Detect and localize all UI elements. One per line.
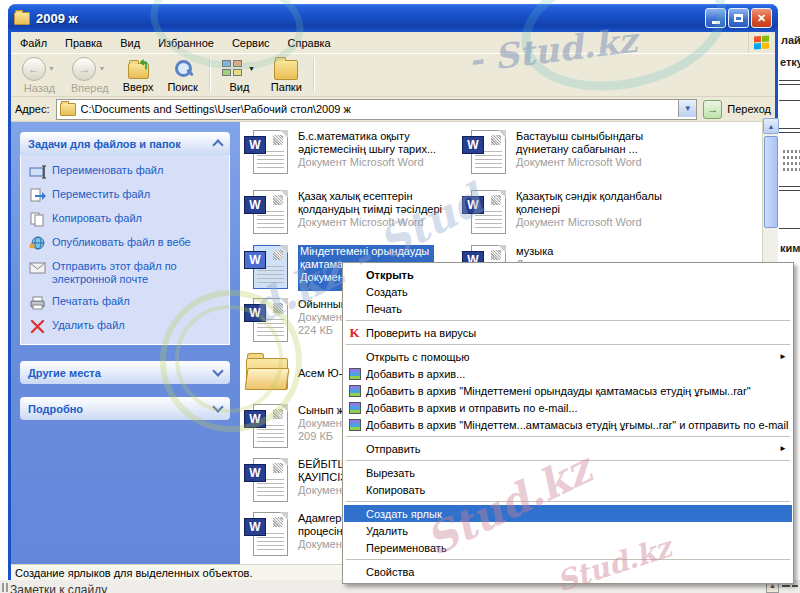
back-button[interactable]: ←▼ Назад xyxy=(15,56,64,95)
address-bar: Адрес: C:\Documents and Settings\User\Ра… xyxy=(11,97,775,122)
context-scan-viruses[interactable]: KПроверить на вирусы xyxy=(344,324,792,341)
context-print[interactable]: Печать xyxy=(344,300,792,317)
word-document-icon: W xyxy=(462,130,508,176)
menu-edit[interactable]: Правка xyxy=(56,34,111,52)
go-arrow-icon: → xyxy=(703,100,722,119)
context-create[interactable]: Создать xyxy=(344,283,792,300)
context-create-shortcut[interactable]: Создать ярлык xyxy=(344,505,792,522)
go-button[interactable]: → Переход xyxy=(703,100,771,119)
delete-icon xyxy=(29,319,46,334)
view-dropdown-icon: ▼ xyxy=(248,65,255,72)
context-add-archive-email[interactable]: Добавить в архив и отправить по e-mail..… xyxy=(344,399,792,416)
address-value: C:\Documents and Settings\User\Рабочий с… xyxy=(81,103,351,115)
folders-label: Папки xyxy=(271,81,302,93)
context-open-with[interactable]: Открыть с помощью► xyxy=(344,348,792,365)
forward-dropdown-icon: ▼ xyxy=(98,65,105,72)
file-type: Документ xyxy=(298,484,347,496)
other-places-header[interactable]: Другие места xyxy=(20,361,230,384)
task-move[interactable]: Переместить файл xyxy=(29,188,223,203)
background-text-fragment: лай xyxy=(781,34,800,46)
scrollbar-thumb[interactable] xyxy=(764,136,778,228)
folders-button[interactable]: Папки xyxy=(264,56,309,94)
word-document-icon: W xyxy=(244,298,290,344)
maximize-button[interactable] xyxy=(728,8,749,28)
minimize-button[interactable] xyxy=(705,8,726,28)
address-folder-icon xyxy=(60,103,76,116)
winrar-icon xyxy=(347,418,362,431)
file-name: музыка xyxy=(516,245,553,257)
windows-logo-block xyxy=(748,32,775,53)
task-copy[interactable]: Копировать файл xyxy=(29,212,223,227)
file-type: Документ Microsoft Word xyxy=(298,156,424,168)
menu-separator xyxy=(346,344,790,345)
file-name: Сынып ж xyxy=(298,404,344,416)
title-bar[interactable]: 2009 ж ✕ xyxy=(8,4,778,32)
context-open[interactable]: Открыть xyxy=(344,266,792,283)
rename-icon xyxy=(29,164,46,179)
winrar-icon xyxy=(347,384,362,397)
tasks-panel-header[interactable]: Задачи для файлов и папок xyxy=(20,132,230,155)
address-dropdown-button[interactable]: ▼ xyxy=(678,100,696,117)
file-tile[interactable]: W Б.с.математика оқыту әдістемесінің шығ… xyxy=(244,130,470,176)
back-dropdown-icon: ▼ xyxy=(48,65,55,72)
up-label: Вверх xyxy=(123,81,154,93)
toolbar-separator xyxy=(209,58,211,92)
task-publish[interactable]: Опубликовать файл в вебе xyxy=(29,236,223,251)
file-type: Документ Microsoft Word xyxy=(516,216,642,228)
file-name: Қазақ халық есептерін қолданудың тиімді … xyxy=(298,190,442,215)
file-size: 209 КБ xyxy=(298,430,333,442)
file-name: БЕЙБІТШ ҚАУІПСІЗ xyxy=(298,458,348,483)
menu-separator xyxy=(346,320,790,321)
task-delete[interactable]: Удалить файл xyxy=(29,319,223,334)
context-send-to[interactable]: Отправить► xyxy=(344,440,792,457)
scroll-up-button[interactable]: ▲ xyxy=(763,118,779,134)
file-tile[interactable]: W Қазақ халық есептерін қолданудың тиімд… xyxy=(244,190,470,236)
context-properties[interactable]: Свойства xyxy=(344,563,792,580)
file-name: Б.с.математика оқыту әдістемесінің шығу … xyxy=(298,130,436,155)
context-rename[interactable]: Переименовать xyxy=(344,539,792,556)
word-document-icon: W xyxy=(244,245,290,291)
email-icon xyxy=(29,260,46,275)
window-folder-icon xyxy=(14,12,30,25)
menu-separator xyxy=(346,501,790,502)
details-panel: Подробно xyxy=(20,397,230,420)
menu-bar: Файл Правка Вид Избранное Сервис Справка xyxy=(11,32,775,54)
up-button[interactable]: ↰ Вверх xyxy=(116,57,161,94)
menu-help[interactable]: Справка xyxy=(279,34,340,52)
context-cut[interactable]: Вырезать xyxy=(344,464,792,481)
context-copy[interactable]: Копировать xyxy=(344,481,792,498)
file-type: Документ Microsoft Word xyxy=(298,216,424,228)
search-button[interactable]: Поиск xyxy=(160,57,204,94)
forward-button[interactable]: →▼ Вперед xyxy=(64,56,116,95)
details-header[interactable]: Подробно xyxy=(20,397,230,420)
menu-tools[interactable]: Сервис xyxy=(223,34,279,52)
word-document-icon: W xyxy=(244,130,290,176)
close-button[interactable]: ✕ xyxy=(751,8,772,28)
file-size: 224 КБ xyxy=(298,324,333,336)
toolbar: ←▼ Назад →▼ Вперед ↰ Вверх Поиск ▼ Вид xyxy=(11,54,775,97)
word-document-icon: W xyxy=(462,190,508,236)
menu-separator xyxy=(346,436,790,437)
copy-file-icon xyxy=(29,212,46,227)
menu-separator xyxy=(346,559,790,560)
context-add-to-archive[interactable]: Добавить в архив... xyxy=(344,365,792,382)
word-document-icon: W xyxy=(244,190,290,236)
menu-file[interactable]: Файл xyxy=(11,34,56,52)
menu-view[interactable]: Вид xyxy=(111,34,149,52)
context-add-to-archive-named[interactable]: Добавить в архив "Міндеттемені орындауды… xyxy=(344,382,792,399)
context-add-archive-named-email[interactable]: Добавить в архив "Міндеттем...амтамасыз … xyxy=(344,416,792,433)
background-text-fragment: етку xyxy=(780,56,800,68)
word-document-icon: W xyxy=(244,458,290,504)
menu-favorites[interactable]: Избранное xyxy=(149,34,223,52)
task-print[interactable]: Печатать файл xyxy=(29,295,223,310)
task-email[interactable]: Отправить этот файл по электронной почте xyxy=(29,260,223,286)
file-type: Документ xyxy=(298,538,347,550)
view-button[interactable]: ▼ Вид xyxy=(215,57,264,94)
file-tile[interactable]: W Қазақтық сәндік қолданбалы қоленеріДок… xyxy=(462,190,688,236)
file-name: Бастауыш сыныбындағы дүниетану сабағынан… xyxy=(516,130,643,155)
address-input[interactable]: C:\Documents and Settings\User\Рабочий с… xyxy=(56,99,698,120)
task-rename[interactable]: Переименовать файл xyxy=(29,164,223,179)
context-delete[interactable]: Удалить xyxy=(344,522,792,539)
file-tile[interactable]: W Бастауыш сыныбындағы дүниетану сабағын… xyxy=(462,130,688,176)
search-label: Поиск xyxy=(167,81,197,93)
